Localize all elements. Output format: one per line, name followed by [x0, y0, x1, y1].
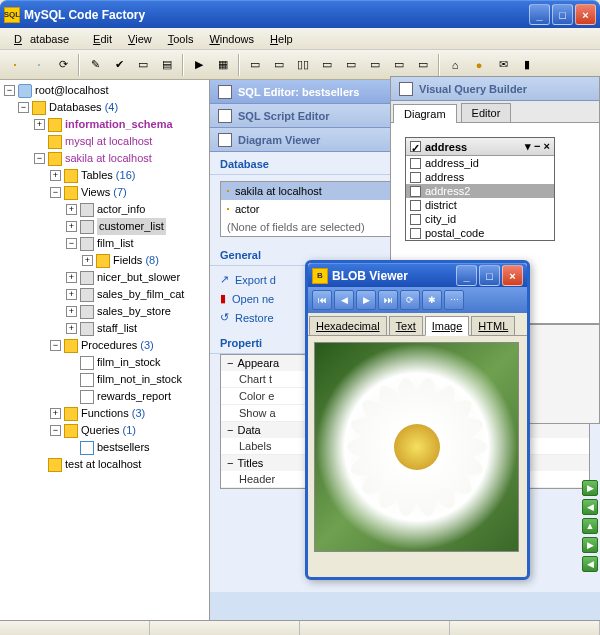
- tree-functions[interactable]: +Functions (3): [2, 405, 207, 422]
- side-btn-right-icon[interactable]: ▶: [582, 480, 598, 496]
- tree-query-item[interactable]: bestsellers: [2, 439, 207, 456]
- vqb-tabs: Diagram Editor: [391, 101, 599, 123]
- tree-view-item[interactable]: +sales_by_store: [2, 303, 207, 320]
- table-column[interactable]: address_id: [406, 156, 554, 170]
- tool-refresh-icon[interactable]: ⟳: [52, 54, 74, 76]
- tree-view-item[interactable]: +sales_by_film_cat: [2, 286, 207, 303]
- blob-last-icon[interactable]: ⏭: [378, 290, 398, 310]
- tool-globe-icon[interactable]: ●: [468, 54, 490, 76]
- menu-help[interactable]: Help: [262, 30, 301, 48]
- tool-win1-icon[interactable]: ▭: [244, 54, 266, 76]
- menu-windows[interactable]: Windows: [201, 30, 262, 48]
- tool-win8-icon[interactable]: ▭: [412, 54, 434, 76]
- maximize-button[interactable]: □: [552, 4, 573, 25]
- table-column[interactable]: district: [406, 198, 554, 212]
- checkbox-icon[interactable]: ✓: [410, 141, 421, 152]
- tab-editor[interactable]: Editor: [461, 103, 512, 122]
- prop-name: Chart t: [221, 371, 291, 387]
- blob-next-icon[interactable]: ▶: [356, 290, 376, 310]
- restore-icon: ↺: [220, 311, 229, 324]
- tool-win7-icon[interactable]: ▭: [388, 54, 410, 76]
- tree-view-item[interactable]: +nicer_but_slower: [2, 269, 207, 286]
- tool-check-icon[interactable]: ✔: [108, 54, 130, 76]
- tool-win3-icon[interactable]: ▯▯: [292, 54, 314, 76]
- table-name: address: [425, 141, 467, 153]
- tool-doc-icon[interactable]: ▭: [132, 54, 154, 76]
- blob-extra-icon[interactable]: ⋯: [444, 290, 464, 310]
- tree-proc-item[interactable]: film_in_stock: [2, 354, 207, 371]
- tool-win2-icon[interactable]: ▭: [268, 54, 290, 76]
- blob-minimize-button[interactable]: _: [456, 265, 477, 286]
- main-titlebar: SQL MySQL Code Factory _ □ ×: [0, 0, 600, 28]
- tool-grid-icon[interactable]: ▦: [212, 54, 234, 76]
- database-tree-panel: −root@localhost −Databases (4) +informat…: [0, 80, 210, 620]
- tool-win5-icon[interactable]: ▭: [340, 54, 362, 76]
- blob-title: BLOB Viewer: [332, 269, 454, 283]
- tab-image[interactable]: Image: [425, 316, 470, 336]
- tree-mysql[interactable]: mysql at localhost: [2, 133, 207, 150]
- side-btn-last-icon[interactable]: ◀: [582, 556, 598, 572]
- side-btn-up-icon[interactable]: ▲: [582, 518, 598, 534]
- tree-info-schema[interactable]: +information_schema: [2, 116, 207, 133]
- blob-icon: B: [312, 268, 328, 284]
- blob-prev-icon[interactable]: ◀: [334, 290, 354, 310]
- tool-home-icon[interactable]: ⌂: [444, 54, 466, 76]
- prop-name: Labels: [221, 438, 291, 454]
- menu-database[interactable]: Database: [6, 30, 85, 48]
- tree-procedures[interactable]: −Procedures (3): [2, 337, 207, 354]
- menu-edit[interactable]: Edit: [85, 30, 120, 48]
- tree-view-item[interactable]: +customer_list: [2, 218, 207, 235]
- side-btn-left-icon[interactable]: ◀: [582, 499, 598, 515]
- minimize-button[interactable]: _: [529, 4, 550, 25]
- tree-proc-item[interactable]: film_not_in_stock: [2, 371, 207, 388]
- tool-chart-icon[interactable]: ▮: [516, 54, 538, 76]
- tab-hex[interactable]: Hexadecimal: [309, 316, 387, 336]
- tree-root[interactable]: −root@localhost: [2, 82, 207, 99]
- tool-db-icon[interactable]: [4, 54, 26, 76]
- blob-viewer-window[interactable]: B BLOB Viewer _ □ × ⏮ ◀ ▶ ⏭ ⟳ ✱ ⋯ Hexade…: [305, 260, 530, 580]
- tool-mail-icon[interactable]: ✉: [492, 54, 514, 76]
- menu-tools[interactable]: Tools: [160, 30, 202, 48]
- prop-name: Header: [221, 471, 291, 487]
- tree-test[interactable]: test at localhost: [2, 456, 207, 473]
- table-column[interactable]: address: [406, 170, 554, 184]
- database-tree[interactable]: −root@localhost −Databases (4) +informat…: [2, 82, 207, 473]
- tab-diagram[interactable]: Diagram: [393, 104, 457, 123]
- tool-edit-icon[interactable]: ✎: [84, 54, 106, 76]
- blob-tabs: Hexadecimal Text Image HTML: [308, 313, 527, 336]
- blob-close-button[interactable]: ×: [502, 265, 523, 286]
- tab-html[interactable]: HTML: [471, 316, 515, 336]
- tree-views[interactable]: −Views (7): [2, 184, 207, 201]
- table-column[interactable]: address2: [406, 184, 554, 198]
- tool-run-icon[interactable]: ▶: [188, 54, 210, 76]
- tree-queries[interactable]: −Queries (1): [2, 422, 207, 439]
- table-controls-icon[interactable]: ▾ − ×: [525, 140, 550, 153]
- side-btn-down-icon[interactable]: ▶: [582, 537, 598, 553]
- tree-view-item[interactable]: +actor_info: [2, 201, 207, 218]
- menu-view[interactable]: View: [120, 30, 160, 48]
- vqb-header[interactable]: Visual Query Builder: [391, 77, 599, 101]
- tab-text[interactable]: Text: [389, 316, 423, 336]
- tree-fields[interactable]: +Fields (8): [2, 252, 207, 269]
- tree-proc-item[interactable]: rewards_report: [2, 388, 207, 405]
- tree-view-item[interactable]: −film_list: [2, 235, 207, 252]
- table-column[interactable]: postal_code: [406, 226, 554, 240]
- prop-name: Color e: [221, 388, 291, 404]
- tree-databases[interactable]: −Databases (4): [2, 99, 207, 116]
- blob-refresh-icon[interactable]: ⟳: [400, 290, 420, 310]
- table-column[interactable]: city_id: [406, 212, 554, 226]
- export-icon: ↗: [220, 273, 229, 286]
- tree-sakila[interactable]: −sakila at localhost: [2, 150, 207, 167]
- tool-connect-icon[interactable]: [28, 54, 50, 76]
- tool-sheet-icon[interactable]: ▤: [156, 54, 178, 76]
- blob-star-icon[interactable]: ✱: [422, 290, 442, 310]
- tool-win4-icon[interactable]: ▭: [316, 54, 338, 76]
- blob-maximize-button[interactable]: □: [479, 265, 500, 286]
- table-box-address[interactable]: ✓address▾ − × address_id address address…: [405, 137, 555, 241]
- prop-name: Show a: [221, 405, 291, 421]
- tree-view-item[interactable]: +staff_list: [2, 320, 207, 337]
- tree-tables[interactable]: +Tables (16): [2, 167, 207, 184]
- blob-first-icon[interactable]: ⏮: [312, 290, 332, 310]
- close-button[interactable]: ×: [575, 4, 596, 25]
- tool-win6-icon[interactable]: ▭: [364, 54, 386, 76]
